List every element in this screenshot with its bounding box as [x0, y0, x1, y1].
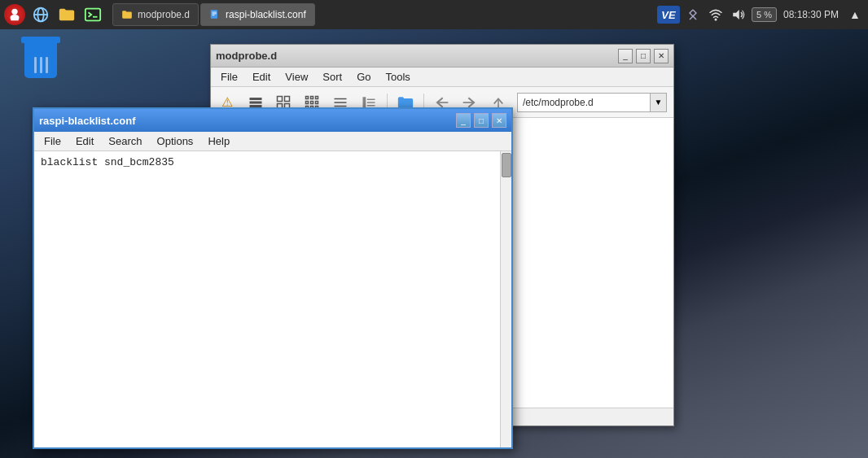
trash-lines	[34, 57, 48, 73]
svg-rect-21	[316, 96, 318, 98]
raspi-menu-button[interactable]	[3, 3, 26, 26]
fm-menu-sort[interactable]: Sort	[316, 69, 349, 85]
svg-rect-31	[362, 97, 366, 108]
file-manager-menubar: File Edit View Sort Go Tools	[211, 68, 673, 87]
fm-menu-file[interactable]: File	[214, 69, 244, 85]
file-manager-titlebar[interactable]: modprobe.d _ □ ✕	[211, 45, 673, 68]
text-editor-title: raspi-blacklist.conf	[39, 115, 135, 127]
file-manager-minimize[interactable]: _	[618, 49, 633, 63]
taskbar-tab-modprobe[interactable]: modprobe.d	[112, 3, 199, 26]
svg-marker-11	[733, 10, 739, 20]
raspi-logo-icon	[4, 4, 25, 25]
terminal-icon	[84, 6, 102, 24]
globe-icon	[32, 6, 50, 24]
editor-scrollbar[interactable]	[500, 151, 511, 447]
folder-icon	[58, 6, 76, 24]
volume-icon[interactable]	[729, 5, 748, 24]
fm-menu-view[interactable]: View	[278, 69, 314, 85]
te-menu-file[interactable]: File	[37, 133, 68, 149]
scrollbar-thumb[interactable]	[502, 153, 511, 177]
trash-desktop-icon[interactable]	[24, 41, 57, 78]
fm-menu-tools[interactable]: Tools	[379, 69, 417, 85]
folder-button[interactable]	[55, 3, 78, 26]
file-manager-title: modprobe.d	[216, 50, 277, 62]
taskbar: modprobe.d raspi-blacklist.conf VE	[0, 0, 868, 29]
svg-point-0	[11, 9, 17, 15]
trash-lid	[21, 37, 60, 43]
te-menu-search[interactable]: Search	[102, 133, 148, 149]
svg-rect-24	[316, 101, 318, 103]
file-manager-maximize[interactable]: □	[636, 49, 651, 63]
svg-rect-23	[311, 101, 313, 103]
eject-icon[interactable]: ▲	[845, 5, 865, 24]
svg-rect-15	[278, 96, 283, 101]
svg-rect-4	[85, 9, 100, 21]
bluetooth-icon[interactable]	[683, 5, 703, 24]
file-manager-controls: _ □ ✕	[618, 49, 669, 63]
svg-rect-13	[249, 101, 261, 103]
folder-small-icon	[121, 9, 133, 20]
svg-point-10	[715, 19, 717, 20]
tab-modprobe-label: modprobe.d	[138, 9, 190, 20]
editor-textarea[interactable]: blacklist snd_bcm2835	[34, 151, 500, 447]
taskbar-tabs: modprobe.d raspi-blacklist.conf	[112, 3, 315, 26]
globe-button[interactable]	[29, 3, 52, 26]
trash-icon-image	[24, 41, 57, 78]
system-clock: 08:18:30 PM	[780, 9, 842, 20]
wifi-icon[interactable]	[706, 5, 726, 24]
taskbar-tab-raspi[interactable]: raspi-blacklist.conf	[200, 3, 315, 26]
text-editor-close[interactable]: ✕	[492, 113, 506, 128]
tab-raspi-label: raspi-blacklist.conf	[226, 9, 306, 20]
taskbar-right: VE	[657, 0, 865, 29]
terminal-button[interactable]	[81, 3, 104, 26]
text-editor-maximize[interactable]: □	[474, 113, 489, 128]
file-manager-close[interactable]: ✕	[654, 49, 669, 63]
text-editor-menubar: File Edit Search Options Help	[34, 132, 511, 151]
text-editor-titlebar[interactable]: raspi-blacklist.conf _ □ ✕	[34, 109, 511, 132]
text-editor-minimize[interactable]: _	[456, 113, 471, 128]
text-editor-content: blacklist snd_bcm2835	[34, 151, 511, 447]
svg-rect-19	[306, 96, 309, 98]
address-bar: ▼	[517, 93, 667, 112]
doc-small-icon	[209, 9, 221, 20]
systray: VE	[657, 5, 865, 24]
address-dropdown-btn[interactable]: ▼	[651, 93, 667, 112]
svg-rect-22	[306, 101, 309, 103]
te-menu-options[interactable]: Options	[151, 133, 200, 149]
te-menu-edit[interactable]: Edit	[69, 133, 100, 149]
svg-rect-20	[311, 96, 313, 98]
svg-rect-16	[285, 96, 290, 101]
fm-menu-go[interactable]: Go	[350, 69, 377, 85]
text-editor-window: raspi-blacklist.conf _ □ ✕ File Edit Sea…	[33, 107, 513, 449]
te-menu-help[interactable]: Help	[201, 133, 236, 149]
address-input[interactable]	[517, 93, 651, 112]
ve-icon[interactable]: VE	[657, 6, 680, 24]
fm-menu-edit[interactable]: Edit	[246, 69, 277, 85]
svg-rect-12	[249, 98, 261, 100]
text-editor-controls: _ □ ✕	[456, 113, 506, 128]
battery-indicator: 5 %	[752, 7, 777, 22]
taskbar-left: modprobe.d raspi-blacklist.conf	[3, 3, 315, 26]
svg-rect-6	[211, 10, 217, 19]
